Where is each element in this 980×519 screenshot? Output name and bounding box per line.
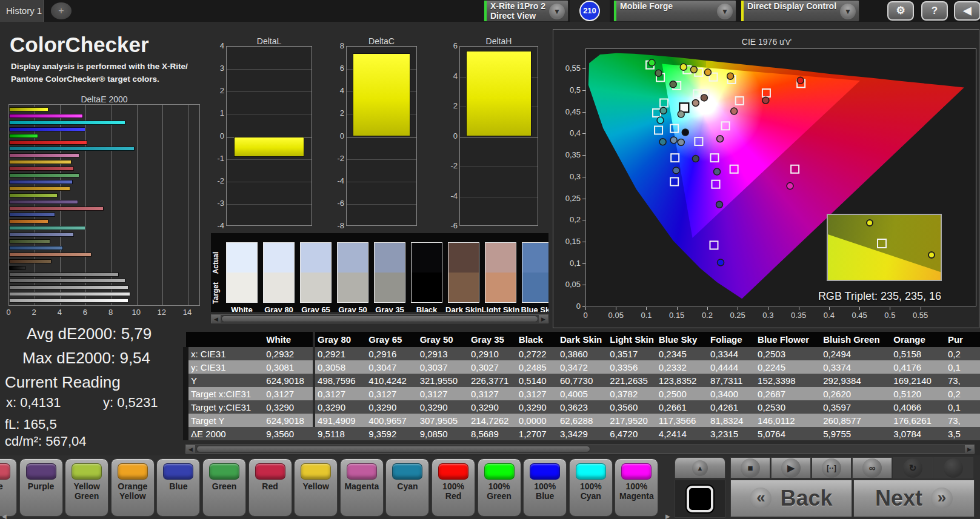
record-button[interactable] (933, 457, 973, 478)
swatch-target (412, 273, 442, 302)
y-tick-label: -4 (439, 191, 458, 200)
refresh-button[interactable]: ↻ (893, 457, 933, 478)
step-icon: [··] (822, 458, 841, 478)
target-count-badge[interactable]: 210 (579, 1, 600, 21)
tab-history-1[interactable]: History 1 (0, 0, 44, 22)
patch-button-cyan[interactable]: Cyan (385, 458, 429, 517)
add-tab-button[interactable]: + (51, 2, 72, 19)
patch-button-rate[interactable]: rate (0, 458, 17, 517)
patch-button-yellow[interactable]: Yellow (294, 458, 338, 517)
measurement-marker (727, 73, 734, 79)
table-cell: 0,2687 (755, 387, 821, 400)
play-button[interactable]: ▶ (771, 457, 811, 478)
cie-title: CIE 1976 u'v' (553, 37, 980, 47)
patch-button-100-cyan[interactable]: 100% Cyan (569, 458, 613, 517)
patch-scroll-right-icon[interactable]: ▶ (665, 513, 670, 519)
patch-label: Yellow Green (65, 482, 108, 501)
table-cell: 9,5118 (315, 427, 366, 440)
patch-button-100-magenta[interactable]: 100% Magenta (615, 458, 658, 517)
scrollbar-thumb[interactable] (221, 316, 538, 322)
actual-row-label: Actual (212, 249, 220, 277)
tick (582, 285, 585, 285)
scroll-left-icon[interactable]: ◀ (186, 445, 195, 453)
swatch-scrollbar[interactable]: ◀ ▶ (211, 314, 548, 323)
deltae-bar (9, 173, 79, 177)
table-cell: 6,4720 (607, 427, 656, 440)
patch-button-100-red[interactable]: 100% Red (432, 458, 475, 517)
panel-collapse-button[interactable]: ▲ (675, 457, 725, 478)
deltae-bar (9, 292, 130, 296)
scroll-right-icon[interactable]: ▶ (965, 445, 974, 453)
patch-button-green[interactable]: Green (202, 458, 246, 517)
reading-fl: fL: 165,5 (5, 417, 57, 432)
settings-button[interactable]: ⚙ (887, 1, 914, 21)
table-cell: 0,4444 (708, 360, 755, 374)
loop-button[interactable]: ∞ (852, 457, 892, 478)
patch-button-orange-yellow[interactable]: Orange Yellow (111, 458, 155, 517)
measurement-marker (692, 99, 699, 106)
table-cell: 0,3081 (264, 360, 315, 374)
refresh-icon: ↻ (903, 458, 922, 478)
table-scrollbar[interactable]: ◀ ▶ (185, 445, 975, 454)
y-tick-label: 0 (439, 131, 458, 140)
loop-icon: ∞ (862, 458, 882, 478)
current-reading-label: Current Reading (5, 373, 121, 392)
step-button[interactable]: [··] (812, 457, 852, 478)
patch-button-magenta[interactable]: Magenta (340, 458, 384, 517)
patch-scroll-left-icon[interactable]: ◀ (2, 513, 7, 519)
workflow-dropdown[interactable]: Mobile Forge ▼ (613, 0, 736, 22)
target-marker (791, 165, 799, 173)
patch-button-100-blue[interactable]: 100% Blue (523, 458, 567, 517)
delta-bar (466, 51, 532, 136)
display-control-dropdown[interactable]: Direct Display Control ▼ (741, 0, 859, 22)
deltae-bar (9, 107, 48, 111)
next-button[interactable]: Next » (853, 480, 975, 517)
workflow-name: Mobile Forge (620, 1, 673, 11)
target-marker (693, 90, 701, 98)
display-control-accent (741, 1, 744, 21)
patch-button-red[interactable]: Red (248, 458, 292, 517)
table-cell: 217,9520 (607, 414, 656, 427)
patch-button-blue[interactable]: Blue (156, 458, 200, 517)
stop-measurement-button[interactable] (675, 480, 725, 518)
tick (799, 307, 799, 310)
y-tick-label: -4 (206, 221, 224, 230)
table-cell: 0,4261 (708, 400, 755, 414)
deltae-bar (9, 200, 78, 204)
deltae-bar (9, 140, 87, 145)
record-icon (944, 458, 963, 478)
next-arrow-icon: » (931, 488, 953, 509)
collapse-button[interactable]: ◀ (954, 1, 980, 21)
tick (829, 307, 830, 310)
stop-button[interactable]: ■ (730, 457, 770, 478)
table-cell: 3,2315 (708, 427, 755, 440)
cie-y-tick-label: 0,5 (556, 85, 581, 94)
help-button[interactable]: ? (921, 1, 948, 21)
meter-dropdown[interactable]: X-Rite i1Pro 2 Direct View ▼ (484, 0, 568, 22)
y-tick-label: 8 (326, 41, 344, 50)
table-cell: 9,3560 (264, 427, 315, 440)
swatch-light-skin (485, 242, 516, 303)
swatch-actual (522, 243, 548, 273)
cie-y-tick-label: 0,3 (556, 172, 581, 181)
scroll-left-icon[interactable]: ◀ (212, 315, 221, 323)
table-cell: 9,3592 (366, 427, 417, 440)
table-cell: 169,2140 (891, 374, 945, 387)
patch-button-purple[interactable]: Purple (19, 458, 63, 517)
table-cell: 0,2503 (755, 347, 821, 360)
back-button[interactable]: « Back (730, 480, 852, 517)
target-marker (710, 241, 718, 249)
table-cell: 0,3127 (418, 387, 468, 400)
scrollbar-thumb[interactable] (196, 446, 590, 452)
swatch-actual (412, 243, 442, 273)
tick (768, 307, 768, 310)
gridline (227, 182, 312, 182)
table-header: Gray 80 (315, 332, 366, 347)
cie-y-tick-label: 0,55 (556, 64, 581, 73)
patch-button-yellow-green[interactable]: Yellow Green (65, 458, 108, 517)
patch-button-100-green[interactable]: 100% Green (478, 458, 521, 517)
table-cell: 0,2921 (315, 347, 366, 360)
scroll-right-icon[interactable]: ▶ (539, 315, 548, 323)
patch-label: Yellow (295, 482, 337, 492)
page-title: ColorChecker (10, 33, 149, 57)
